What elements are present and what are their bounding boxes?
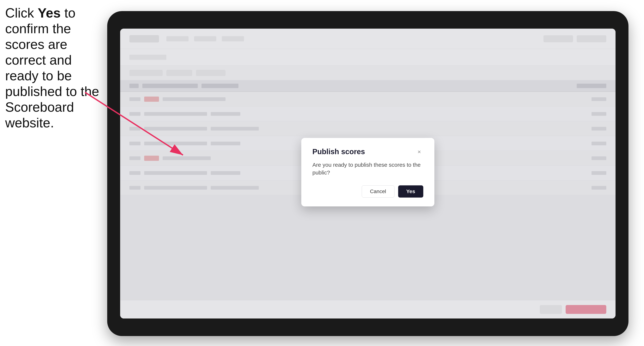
- dialog-title: Publish scores: [312, 148, 365, 156]
- publish-scores-dialog: Publish scores × Are you ready to publis…: [301, 138, 434, 206]
- tablet-device: Publish scores × Are you ready to publis…: [107, 11, 628, 336]
- dialog-close-button[interactable]: ×: [415, 148, 423, 156]
- dialog-actions: Cancel Yes: [312, 185, 423, 197]
- instruction-text: Click Yes to confirm the scores are corr…: [5, 5, 105, 131]
- dialog-message: Are you ready to publish these scores to…: [312, 161, 423, 176]
- instruction-bold: Yes: [38, 5, 61, 20]
- cancel-button[interactable]: Cancel: [362, 185, 394, 197]
- dialog-header: Publish scores ×: [312, 148, 423, 156]
- yes-button[interactable]: Yes: [398, 185, 423, 197]
- tablet-screen: Publish scores × Are you ready to publis…: [120, 29, 616, 319]
